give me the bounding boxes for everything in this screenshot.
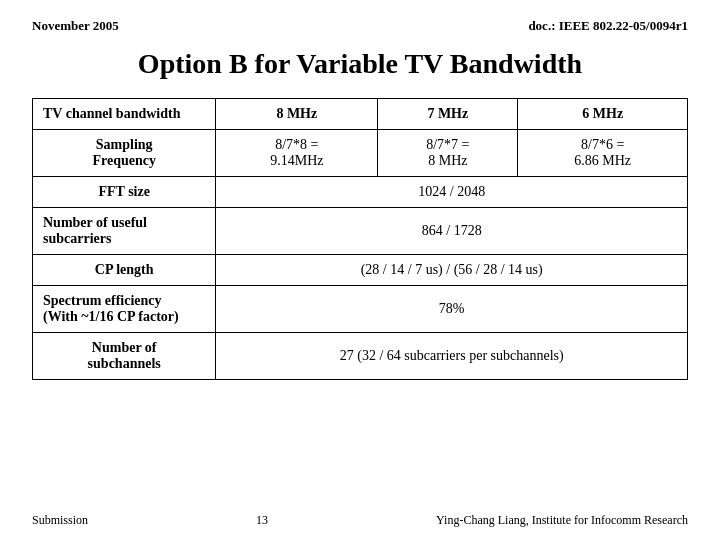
row-cell-0-1: 8/7*7 =8 MHz [378,130,518,177]
row-label-1: FFT size [33,177,216,208]
row-cell-1-span: 1024 / 2048 [216,177,688,208]
row-label-4: Spectrum efficiency(With ~1/16 CP factor… [33,286,216,333]
bandwidth-table: TV channel bandwidth 8 MHz 7 MHz 6 MHz S… [32,98,688,380]
footer-left: Submission [32,513,88,528]
row-label-2: Number of usefulsubcarriers [33,208,216,255]
row-label-0: SamplingFrequency [33,130,216,177]
row-cell-5-span: 27 (32 / 64 subcarriers per subchannels) [216,333,688,380]
table-row: CP length (28 / 14 / 7 us) / (56 / 28 / … [33,255,688,286]
row-label-5: Number ofsubchannels [33,333,216,380]
header-doc: doc.: IEEE 802.22-05/0094r1 [528,18,688,34]
row-label-3: CP length [33,255,216,286]
table-row: Number of usefulsubcarriers 864 / 1728 [33,208,688,255]
row-cell-2-span: 864 / 1728 [216,208,688,255]
table-container: TV channel bandwidth 8 MHz 7 MHz 6 MHz S… [32,98,688,501]
col-header-1: 8 MHz [216,99,378,130]
table-row: Spectrum efficiency(With ~1/16 CP factor… [33,286,688,333]
col-header-0: TV channel bandwidth [33,99,216,130]
page-title: Option B for Variable TV Bandwidth [32,48,688,80]
table-header-row: TV channel bandwidth 8 MHz 7 MHz 6 MHz [33,99,688,130]
row-cell-4-span: 78% [216,286,688,333]
row-cell-0-0: 8/7*8 =9.14MHz [216,130,378,177]
header-date: November 2005 [32,18,119,34]
row-cell-3-span: (28 / 14 / 7 us) / (56 / 28 / 14 us) [216,255,688,286]
table-row: SamplingFrequency 8/7*8 =9.14MHz 8/7*7 =… [33,130,688,177]
row-cell-0-2: 8/7*6 =6.86 MHz [518,130,688,177]
col-header-3: 6 MHz [518,99,688,130]
table-row: Number ofsubchannels 27 (32 / 64 subcarr… [33,333,688,380]
page: November 2005 doc.: IEEE 802.22-05/0094r… [0,0,720,540]
header: November 2005 doc.: IEEE 802.22-05/0094r… [32,18,688,34]
footer: Submission 13 Ying-Chang Liang, Institut… [32,513,688,528]
footer-center: 13 [256,513,268,528]
footer-right: Ying-Chang Liang, Institute for Infocomm… [436,513,688,528]
col-header-2: 7 MHz [378,99,518,130]
table-row: FFT size 1024 / 2048 [33,177,688,208]
